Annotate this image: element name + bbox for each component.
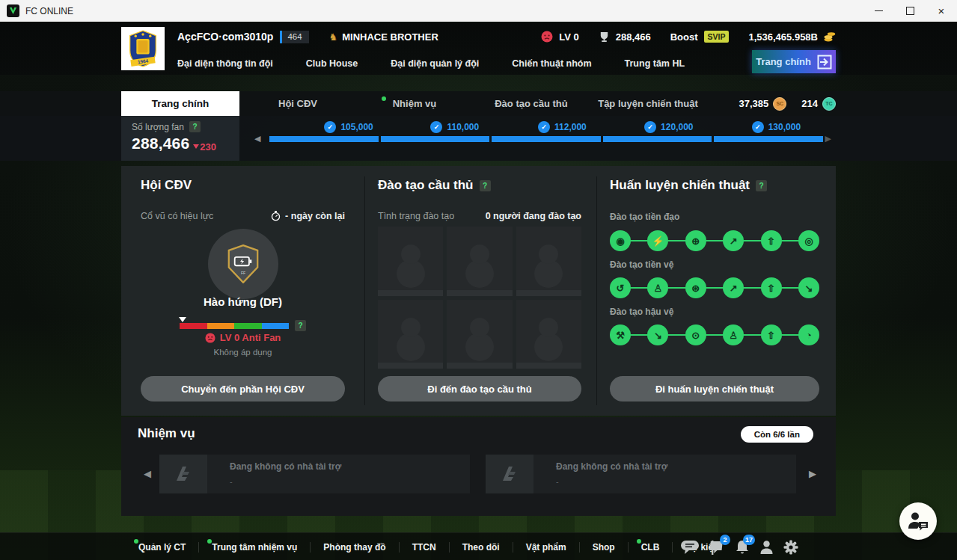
account-level-badge[interactable]: 464 <box>280 31 308 43</box>
tactic-node-icon[interactable]: ⚡ <box>647 230 668 251</box>
sc-currency[interactable]: 37,385SC <box>739 97 787 111</box>
fan-count-label: Số lượng fan <box>132 122 184 132</box>
progress-segment <box>492 136 601 142</box>
tactic-node-icon[interactable]: ⊙ <box>685 324 706 345</box>
goto-fanclub-button[interactable]: Chuyển đến phần Hội CĐV <box>141 376 345 401</box>
tab-player-training[interactable]: Đào tạo cầu thủ <box>473 91 590 116</box>
tactic-node-icon[interactable]: ◔ <box>798 324 819 345</box>
close-button[interactable]: × <box>926 0 957 22</box>
club-crest-icon: 1964 <box>126 29 159 68</box>
settings-button[interactable] <box>783 540 798 555</box>
training-slot[interactable] <box>378 227 443 296</box>
mood-name: Hào hứng (DF) <box>121 295 364 308</box>
milestone-prev-arrow[interactable]: ◀ <box>254 134 260 144</box>
tactic-node-icon[interactable]: ⇧ <box>761 324 782 345</box>
forward-training-track: ◉ ⚡ ⊕ ↗ ⇧ ◎ <box>610 230 819 251</box>
tactic-node-icon[interactable]: ⇧ <box>761 277 782 298</box>
missions-prev-arrow[interactable]: ◀ <box>144 468 151 479</box>
bottom-nav-follow[interactable]: Theo dõi <box>449 542 513 553</box>
bottom-nav-ttcn[interactable]: TTCN <box>399 542 449 553</box>
training-slot[interactable] <box>516 227 581 296</box>
nav-team-manage[interactable]: Đại diện quản lý đội <box>391 58 479 69</box>
milestone-110000[interactable]: ✓110,000 <box>430 121 479 133</box>
notifications-button[interactable]: 17 <box>735 540 750 555</box>
missions-next-arrow[interactable]: ▶ <box>809 468 816 479</box>
goto-tactics-button[interactable]: Đi huấn luyện chiến thuật <box>610 376 819 401</box>
fc-logo-icon <box>486 455 533 493</box>
tactic-node-icon[interactable]: ↘ <box>647 324 668 345</box>
tactic-node-icon[interactable]: ♙ <box>723 324 744 345</box>
tactic-node-icon[interactable]: ⊛ <box>685 277 706 298</box>
tab-fanclub[interactable]: Hội CĐV <box>239 91 356 116</box>
svip-badge[interactable]: SVIP <box>704 31 730 43</box>
fan-progress-bar <box>269 136 823 142</box>
sc-coin-icon: SC <box>773 97 786 111</box>
bottom-icon-group: 2 17 <box>681 533 798 560</box>
support-button[interactable] <box>899 502 937 540</box>
currency-chips: 37,385SC 214TC <box>739 91 836 116</box>
header-nav: Đại diện thông tin đội Club House Đại di… <box>177 52 685 75</box>
tactic-node-icon[interactable]: ⚒ <box>610 324 631 345</box>
tab-home[interactable]: Trang chính <box>121 91 239 116</box>
milestone-next-arrow[interactable]: ▶ <box>825 134 831 144</box>
mood-badge[interactable]: FF <box>208 229 278 299</box>
maximize-button[interactable] <box>894 0 926 22</box>
boost-label[interactable]: Boost <box>670 31 698 43</box>
trophy-icon <box>599 31 610 43</box>
tactic-node-icon[interactable]: ◉ <box>610 230 631 251</box>
nav-club-house[interactable]: Club House <box>306 58 358 69</box>
mood-help-icon[interactable]: ? <box>295 320 306 331</box>
tactic-node-icon[interactable]: ↗ <box>723 277 744 298</box>
tactic-node-icon[interactable]: ⊕ <box>685 230 706 251</box>
bottom-nav-manage-ct[interactable]: Quản lý CT <box>126 542 198 553</box>
goto-training-button[interactable]: Đi đến đào tạo cầu thủ <box>378 376 581 401</box>
tc-currency[interactable]: 214TC <box>801 97 836 111</box>
training-slot[interactable] <box>447 227 512 296</box>
nav-training-center[interactable]: Trung tâm HL <box>625 58 685 69</box>
bottom-nav-mission-center[interactable]: Trung tâm nhiệm vụ <box>198 542 310 553</box>
midfield-training-label: Đào tạo tiền vệ <box>610 259 673 270</box>
bottom-nav-items[interactable]: Vật phẩm <box>513 542 579 553</box>
milestone-120000[interactable]: ✓120,000 <box>644 121 693 133</box>
sponsor-card[interactable]: Đang không có nhà tài trợ - <box>486 455 796 493</box>
news-button[interactable]: 2 <box>709 540 725 555</box>
sponsor-card[interactable]: Đang không có nhà tài trợ - <box>159 455 470 493</box>
milestone-checkpoints: ✓105,000 ✓110,000 ✓112,000 ✓120,000 ✓130… <box>269 121 823 133</box>
tactic-node-icon[interactable]: ↘ <box>798 277 819 298</box>
bottom-nav-shop[interactable]: Shop <box>579 542 628 553</box>
player-silhouette <box>470 318 489 337</box>
tactic-node-icon[interactable]: ◎ <box>798 230 819 251</box>
notification-dot <box>382 96 386 101</box>
tactic-training-panel: Huấn luyện chiến thuật ? Đào tạo tiền đạ… <box>596 166 836 416</box>
milestone-112000[interactable]: ✓112,000 <box>538 121 587 133</box>
chat-button[interactable] <box>681 541 699 554</box>
minimize-button[interactable] <box>863 0 894 22</box>
cheer-status-label: Cổ vũ có hiệu lực <box>141 211 213 221</box>
nav-team-info[interactable]: Đại diện thông tin đội <box>177 58 273 69</box>
tactic-node-icon[interactable]: ♙ <box>647 277 668 298</box>
training-help-icon[interactable]: ? <box>480 180 491 191</box>
tab-tactic-training[interactable]: Tập luyện chiến thuật <box>590 91 706 116</box>
bottom-nav-clb[interactable]: CLB <box>628 542 673 553</box>
club-crest[interactable]: 1964 <box>121 27 165 70</box>
profile-button[interactable] <box>759 540 774 555</box>
anti-fan-level: LV 0 Anti Fan <box>121 332 364 343</box>
tactic-node-icon[interactable]: ↺ <box>610 277 631 298</box>
tactic-node-icon[interactable]: ↗ <box>723 230 744 251</box>
tactic-node-icon[interactable]: ⇧ <box>761 230 782 251</box>
missions-title: Nhiệm vụ <box>138 426 195 441</box>
nav-group-tactics[interactable]: Chiến thuật nhóm <box>512 58 591 69</box>
bottom-nav-locker-room[interactable]: Phòng thay đồ <box>310 542 398 553</box>
tactics-help-icon[interactable]: ? <box>756 180 767 191</box>
training-slot[interactable] <box>516 300 581 369</box>
home-page-button[interactable]: Trang chính <box>752 50 836 73</box>
player-silhouette <box>539 244 558 264</box>
tab-missions[interactable]: Nhiệm vụ <box>356 91 473 116</box>
milestone-105000[interactable]: ✓105,000 <box>324 121 373 133</box>
fan-help-icon[interactable]: ? <box>189 121 201 132</box>
milestone-130000[interactable]: ✓130,000 <box>752 121 801 133</box>
player-silhouette <box>401 318 421 337</box>
check-icon: ✓ <box>324 121 336 133</box>
training-slot[interactable] <box>447 300 512 369</box>
training-slot[interactable] <box>378 300 443 369</box>
